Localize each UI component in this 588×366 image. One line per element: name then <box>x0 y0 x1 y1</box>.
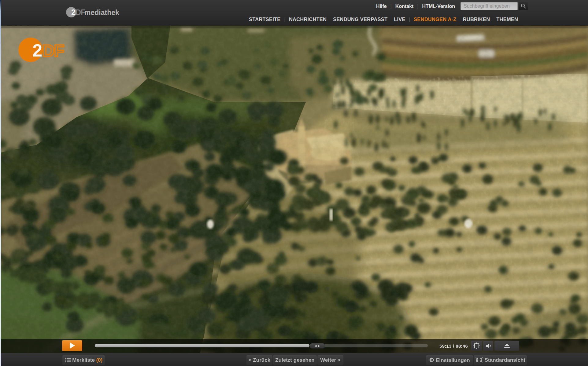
svg-text:2: 2 <box>32 40 42 60</box>
svg-text:DF: DF <box>42 41 64 60</box>
